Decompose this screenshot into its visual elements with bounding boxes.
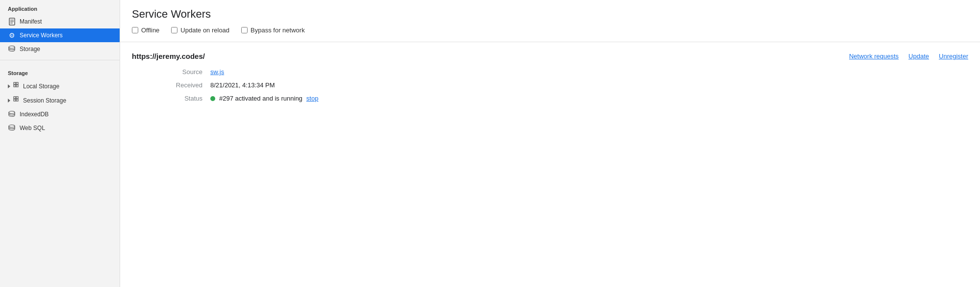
svg-rect-6 bbox=[16, 82, 18, 84]
document-icon bbox=[8, 18, 16, 26]
unregister-link[interactable]: Unregister bbox=[939, 52, 968, 60]
sidebar-item-indexeddb-label: IndexedDB bbox=[20, 111, 49, 118]
grid-icon-session bbox=[13, 96, 20, 104]
sidebar-item-websql-label: Web SQL bbox=[20, 125, 45, 131]
source-value: sw.js bbox=[210, 68, 968, 76]
main-header: Service Workers Offline Update on reload… bbox=[120, 0, 980, 42]
status-label: Status bbox=[161, 95, 210, 102]
sw-url: https://jeremy.codes/ bbox=[132, 52, 205, 60]
main-panel: Service Workers Offline Update on reload… bbox=[120, 0, 980, 287]
status-text: #297 activated and is running bbox=[219, 95, 302, 102]
svg-rect-11 bbox=[14, 99, 16, 101]
sidebar-divider bbox=[0, 60, 120, 60]
update-on-reload-label: Update on reload bbox=[180, 26, 229, 34]
svg-point-4 bbox=[9, 46, 15, 49]
db-icon-websql bbox=[8, 124, 16, 132]
sidebar-item-storage[interactable]: Storage bbox=[0, 42, 120, 56]
received-value: 8/21/2021, 4:13:34 PM bbox=[210, 81, 968, 89]
svg-point-14 bbox=[9, 125, 15, 128]
sw-actions: Network requests Update Unregister bbox=[849, 52, 968, 60]
application-section-header: Application bbox=[0, 0, 120, 15]
update-on-reload-checkbox[interactable] bbox=[171, 27, 177, 33]
svg-rect-7 bbox=[14, 85, 16, 87]
storage-section-header: Storage bbox=[0, 64, 120, 79]
received-text: 8/21/2021, 4:13:34 PM bbox=[210, 81, 275, 89]
arrow-icon bbox=[8, 84, 10, 88]
sidebar-item-websql[interactable]: Web SQL bbox=[0, 121, 120, 135]
sw-received-row: Received 8/21/2021, 4:13:34 PM bbox=[132, 81, 968, 89]
sidebar-item-manifest[interactable]: Manifest bbox=[0, 15, 120, 28]
svg-rect-10 bbox=[16, 97, 18, 99]
sw-source-row: Source sw.js bbox=[132, 68, 968, 76]
sidebar-item-session-storage[interactable]: Session Storage bbox=[0, 93, 120, 107]
checkboxes-row: Offline Update on reload Bypass for netw… bbox=[132, 26, 968, 38]
offline-label: Offline bbox=[141, 26, 159, 34]
sw-url-row: https://jeremy.codes/ Network requests U… bbox=[132, 52, 968, 60]
sidebar-item-session-storage-label: Session Storage bbox=[23, 97, 66, 104]
sidebar-item-storage-label: Storage bbox=[20, 46, 40, 52]
update-on-reload-checkbox-label[interactable]: Update on reload bbox=[171, 26, 229, 34]
svg-rect-12 bbox=[16, 99, 18, 101]
stop-link[interactable]: stop bbox=[306, 95, 319, 102]
sidebar-item-service-workers[interactable]: ⚙ Service Workers bbox=[0, 28, 120, 42]
source-label: Source bbox=[161, 68, 210, 76]
sidebar-item-manifest-label: Manifest bbox=[20, 18, 42, 25]
offline-checkbox[interactable] bbox=[132, 27, 138, 33]
svg-point-13 bbox=[9, 111, 15, 114]
sidebar-item-local-storage-label: Local Storage bbox=[23, 83, 59, 90]
svg-rect-5 bbox=[14, 82, 16, 84]
svg-rect-9 bbox=[14, 97, 16, 99]
status-dot bbox=[210, 96, 215, 101]
grid-icon-local bbox=[13, 82, 20, 90]
sidebar-item-indexeddb[interactable]: IndexedDB bbox=[0, 107, 120, 121]
bypass-for-network-checkbox-label[interactable]: Bypass for network bbox=[241, 26, 305, 34]
network-requests-link[interactable]: Network requests bbox=[849, 52, 899, 60]
gear-icon: ⚙ bbox=[8, 31, 16, 39]
arrow-icon bbox=[8, 99, 10, 103]
source-link[interactable]: sw.js bbox=[210, 68, 224, 76]
svg-rect-8 bbox=[16, 85, 18, 87]
status-value: #297 activated and is running stop bbox=[210, 95, 968, 102]
service-worker-entry: https://jeremy.codes/ Network requests U… bbox=[132, 52, 968, 108]
sidebar-item-service-workers-label: Service Workers bbox=[20, 32, 63, 39]
db-icon-indexed bbox=[8, 110, 16, 118]
sidebar-item-local-storage[interactable]: Local Storage bbox=[0, 79, 120, 93]
main-content: https://jeremy.codes/ Network requests U… bbox=[120, 42, 980, 118]
page-title: Service Workers bbox=[132, 8, 968, 21]
db-icon bbox=[8, 45, 16, 53]
received-label: Received bbox=[161, 81, 210, 89]
offline-checkbox-label[interactable]: Offline bbox=[132, 26, 159, 34]
update-link[interactable]: Update bbox=[908, 52, 929, 60]
bypass-for-network-checkbox[interactable] bbox=[241, 27, 248, 33]
sw-status-row: Status #297 activated and is running sto… bbox=[132, 95, 968, 102]
bypass-for-network-label: Bypass for network bbox=[251, 26, 305, 34]
sidebar: Application Manifest ⚙ Service Workers bbox=[0, 0, 120, 287]
